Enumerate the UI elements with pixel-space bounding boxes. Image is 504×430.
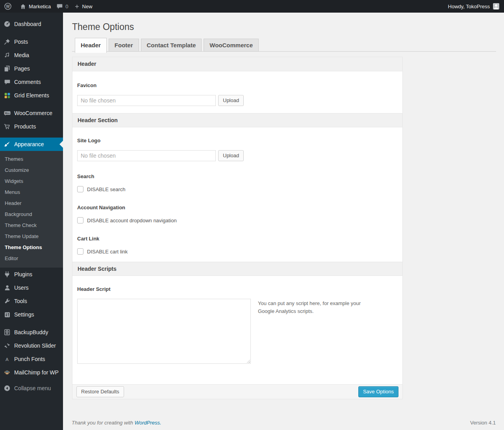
favicon-file-input[interactable] (77, 95, 216, 106)
mailchimp-monkey-icon (3, 369, 11, 376)
appearance-brush-icon (3, 140, 11, 148)
sidebar-item-tools[interactable]: Tools (0, 294, 63, 308)
page-footer: Thank you for creating with WordPress. V… (72, 420, 496, 426)
header-script-help-text: You can put any script here, for example… (258, 299, 378, 315)
disable-search-checkbox[interactable] (77, 186, 83, 192)
comment-bubble-icon (56, 3, 63, 10)
backup-disk-icon (3, 328, 11, 336)
user-icon (3, 284, 11, 292)
comments-shortcut[interactable]: 0 (56, 3, 68, 10)
account-navigation-label: Account Navigation (77, 205, 398, 210)
sidebar-item-appearance[interactable]: Appearance (0, 138, 63, 151)
settings-sliders-icon (3, 311, 11, 318)
sidebar-item-pages[interactable]: Pages (0, 62, 63, 75)
site-logo-label: Site Logo (77, 138, 398, 143)
account-menu[interactable]: Howdy, TokoPress (448, 3, 499, 9)
sidebar-item-punch-fonts[interactable]: A Punch Fonts (0, 352, 63, 366)
main-content: Theme Options Header Footer Contact Temp… (63, 0, 504, 426)
collapse-arrow-icon (3, 384, 11, 392)
favicon-upload-button[interactable]: Upload (218, 95, 244, 106)
section-header-scripts: Header Scripts (72, 262, 402, 276)
submenu-item-header[interactable]: Header (0, 198, 63, 209)
disable-account-nav-checkbox[interactable] (77, 217, 83, 223)
wordpress-logo-icon: W (4, 2, 12, 10)
disable-search-label: DISABLE search (87, 186, 126, 192)
save-options-button[interactable]: Save Options (358, 386, 398, 397)
submenu-item-editor[interactable]: Editor (0, 253, 63, 264)
new-label: New (82, 4, 93, 9)
tab-footer[interactable]: Footer (109, 39, 139, 51)
current-menu-arrow (59, 141, 63, 148)
admin-sidebar: Dashboard Posts Media Pages Comments Gri… (0, 13, 63, 430)
sidebar-item-posts[interactable]: Posts (0, 35, 63, 48)
wordpress-logo-menu[interactable]: W (4, 2, 14, 10)
action-bar: Restore Defaults Save Options (72, 384, 402, 399)
site-logo-upload-button[interactable]: Upload (218, 150, 244, 161)
submenu-item-theme-options[interactable]: Theme Options (0, 242, 63, 253)
wordpress-link[interactable]: WordPress. (135, 420, 161, 426)
media-icon (3, 51, 11, 59)
rotate-arrows-icon (3, 342, 11, 350)
tab-woocommerce[interactable]: WooCommerce (204, 39, 259, 51)
version-text: Version 4.1 (470, 420, 496, 426)
cart-icon (3, 123, 11, 130)
plus-icon (74, 4, 80, 9)
submenu-item-customize[interactable]: Customize (0, 165, 63, 176)
restore-defaults-button[interactable]: Restore Defaults (76, 386, 124, 397)
avatar (493, 3, 499, 9)
section-header: Header (72, 57, 402, 71)
svg-text:W: W (6, 4, 10, 9)
plugin-icon (3, 270, 11, 278)
sidebar-item-grid-elements[interactable]: Grid Elements (0, 89, 63, 102)
sidebar-item-plugins[interactable]: Plugins (0, 268, 63, 281)
admin-bar: W Marketica 0 New Howdy, TokoPress (0, 0, 504, 13)
site-name-link[interactable]: Marketica (20, 3, 51, 10)
submenu-item-theme-update[interactable]: Theme Update (0, 231, 63, 242)
page-title: Theme Options (63, 13, 504, 33)
sidebar-item-revolution-slider[interactable]: Revolution Slider (0, 339, 63, 352)
sidebar-item-media[interactable]: Media (0, 48, 63, 62)
collapse-menu-button[interactable]: Collapse menu (0, 382, 63, 395)
submenu-item-themes[interactable]: Themes (0, 154, 63, 165)
tab-contact-template[interactable]: Contact Template (141, 39, 202, 51)
site-logo-file-input[interactable] (77, 150, 216, 161)
home-icon (20, 3, 26, 10)
comments-icon (3, 78, 11, 86)
search-label: Search (77, 173, 398, 179)
disable-account-nav-label: DISABLE account dropdown navigation (87, 218, 177, 223)
comment-count: 0 (65, 4, 68, 9)
submenu-item-theme-check[interactable]: Theme Check (0, 220, 63, 231)
pages-icon (3, 65, 11, 73)
new-content-menu[interactable]: New (74, 4, 93, 9)
sidebar-item-users[interactable]: Users (0, 281, 63, 294)
tab-header[interactable]: Header (75, 38, 107, 53)
grid-elements-icon (3, 91, 11, 99)
header-script-label: Header Script (77, 286, 398, 292)
appearance-submenu: Themes Customize Widgets Menus Header Ba… (0, 151, 63, 268)
favicon-label: Favicon (77, 82, 398, 88)
dashboard-icon (3, 20, 11, 28)
site-name: Marketica (29, 4, 51, 9)
woocommerce-icon: Woo (3, 109, 11, 117)
sidebar-item-products[interactable]: Products (0, 120, 63, 133)
svg-text:A: A (6, 357, 9, 362)
sidebar-item-settings[interactable]: Settings (0, 308, 63, 321)
submenu-item-widgets[interactable]: Widgets (0, 176, 63, 187)
disable-cart-link-checkbox[interactable] (77, 248, 83, 255)
sidebar-item-mailchimp[interactable]: MailChimp for WP (0, 366, 63, 379)
sidebar-item-comments[interactable]: Comments (0, 75, 63, 89)
tab-bar: Header Footer Contact Template WooCommer… (72, 38, 496, 52)
svg-text:Woo: Woo (5, 112, 10, 114)
disable-cart-link-label: DISABLE cart link (87, 249, 128, 255)
sidebar-item-woocommerce[interactable]: Woo WooCommerce (0, 106, 63, 120)
wrench-icon (3, 297, 11, 305)
submenu-item-menus[interactable]: Menus (0, 187, 63, 198)
sidebar-item-dashboard[interactable]: Dashboard (0, 17, 63, 31)
section-header-section: Header Section (72, 113, 402, 127)
cart-link-label: Cart Link (77, 236, 398, 242)
letter-a-icon: A (3, 355, 11, 363)
sidebar-item-backupbuddy[interactable]: BackupBuddy (0, 326, 63, 339)
header-script-textarea[interactable] (77, 299, 251, 364)
footer-thanks-text: Thank you for creating with WordPress. (72, 420, 161, 426)
submenu-item-background[interactable]: Background (0, 209, 63, 220)
